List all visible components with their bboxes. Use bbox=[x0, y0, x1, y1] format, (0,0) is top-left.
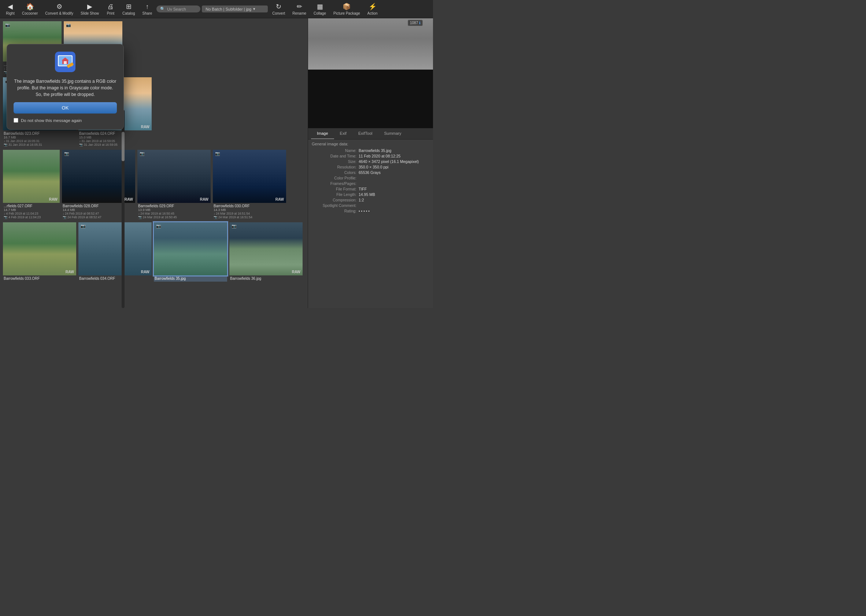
info-label: Frames/Pages: bbox=[311, 181, 358, 186]
info-row-resolution: Resolution: 350.0 × 350.0 ppi bbox=[311, 165, 430, 169]
batch-format-selector[interactable]: No Batch | Subfolder | jpg ▾ bbox=[202, 5, 268, 13]
thumb-name: Barrowfields 36.jpg bbox=[230, 277, 302, 281]
tab-summary[interactable]: Summary bbox=[378, 128, 407, 139]
info-label: Rating: bbox=[311, 209, 358, 213]
list-item[interactable]: RAW Barrowfields 033.ORF bbox=[3, 222, 76, 281]
toolbar-convert-modify[interactable]: ⚙ Convert & Modify bbox=[42, 1, 76, 17]
toolbar-print[interactable]: 🖨 Print bbox=[103, 2, 118, 17]
info-row-name: Name: Barrowfields 35.jpg bbox=[311, 148, 430, 153]
thumb-name: Barrowfields 35.jpg bbox=[155, 277, 226, 281]
thumb-name: Barrowfields 034.ORF bbox=[79, 277, 151, 281]
action-icon: ⚡ bbox=[369, 3, 377, 11]
preview-bottom bbox=[308, 69, 433, 128]
info-label: File Format: bbox=[311, 187, 358, 191]
camera-badge: 📷 bbox=[215, 151, 220, 156]
toolbar-collage[interactable]: ▦ Collage bbox=[311, 1, 329, 17]
camera-badge: 📷 bbox=[66, 23, 71, 27]
raw-badge: RAW bbox=[200, 197, 209, 201]
grid-row-2: RAW ...rfields 027.ORF 14.7 MB ↓ 4 Feb 2… bbox=[3, 150, 305, 220]
toolbar-right[interactable]: ◀ Right bbox=[3, 1, 17, 17]
list-item[interactable]: 📷 RAW Barrowfields 034.ORF bbox=[79, 222, 152, 281]
dialog-message: The image Barrowfields 35.jpg contains a… bbox=[14, 78, 117, 98]
raw-badge: RAW bbox=[275, 197, 284, 201]
do-not-show-checkbox[interactable] bbox=[14, 118, 18, 123]
info-label: Color Profile: bbox=[311, 176, 358, 180]
thumb-date-taken: 📷 31 Jan 2019 at 16:59:05 bbox=[79, 143, 151, 146]
info-row-colors: Colors: 65536 Grays bbox=[311, 170, 430, 175]
picture-package-icon: 📦 bbox=[343, 3, 350, 11]
thumb-date-upload: ↓ 24 Mar 2019 at 16:51:54 bbox=[214, 212, 285, 215]
toolbar-rename-label: Rename bbox=[292, 11, 306, 16]
share-icon: ↑ bbox=[145, 3, 149, 11]
list-item[interactable]: RAW ...rfields 027.ORF 14.7 MB ↓ 4 Feb 2… bbox=[3, 150, 60, 220]
info-value: 11 Feb 2020 at 08:12:25 bbox=[358, 154, 401, 158]
info-row-file-length: File Length: 14.95 MB bbox=[311, 192, 430, 196]
toolbar-convert-label: Convert bbox=[272, 11, 285, 16]
list-item[interactable]: 📷 RAW Barrowfields 029.ORF 13.9 MB ↓ 24 … bbox=[137, 150, 211, 220]
thumb-name: Barrowfields 029.ORF bbox=[138, 204, 210, 208]
svg-rect-4 bbox=[64, 61, 67, 64]
camera-badge: 📷 bbox=[80, 224, 86, 228]
info-label: Date and Time: bbox=[311, 154, 358, 158]
cocooner-icon: 🏠 bbox=[26, 3, 34, 11]
info-label: File Length: bbox=[311, 192, 358, 196]
dialog-checkbox-label[interactable]: Do not show this message again bbox=[21, 118, 82, 123]
thumb-size: 15.0 MB bbox=[79, 135, 151, 139]
thumb-date-taken: 📷 31 Jan 2019 at 16:05:31 bbox=[4, 143, 75, 146]
preview-top bbox=[308, 18, 433, 69]
rename-icon: ✏ bbox=[297, 3, 302, 11]
info-label: Name: bbox=[311, 148, 358, 153]
toolbar-picture-package-label: Picture Package bbox=[333, 11, 360, 16]
toolbar-cocooner[interactable]: 🏠 Cocooner bbox=[19, 1, 41, 17]
info-value: • • • • • bbox=[358, 209, 369, 213]
toolbar-picture-package[interactable]: 📦 Picture Package bbox=[330, 1, 363, 17]
thumb-name: Barrowfields 024.ORF bbox=[79, 132, 151, 135]
info-tabs: Image Exif ExifTool Summary bbox=[308, 128, 433, 140]
info-value: Barrowfields 35.jpg bbox=[358, 148, 391, 153]
info-row-rating: Rating: • • • • • bbox=[311, 209, 430, 213]
search-bar[interactable]: 🔍 Uv Search bbox=[156, 5, 200, 13]
list-item[interactable]: 📷 RAW Barrowfields 36.jpg bbox=[229, 222, 303, 281]
info-row-file-format: File Format: TIFF bbox=[311, 187, 430, 191]
tab-exif[interactable]: Exif bbox=[334, 128, 352, 139]
toolbar-catalog[interactable]: ⊞ Catalog bbox=[119, 1, 138, 17]
list-item[interactable]: 📷 RAW Barrowfields 030.ORF 14.3 MB ↓ 24 … bbox=[213, 150, 286, 220]
toolbar-action[interactable]: ⚡ Action bbox=[365, 1, 380, 17]
info-row-spotlight: Spotlight Comment: bbox=[311, 203, 430, 207]
tab-image[interactable]: Image bbox=[311, 128, 334, 139]
info-value: 1:2 bbox=[358, 198, 364, 202]
toolbar-cocooner-label: Cocooner bbox=[22, 11, 38, 16]
list-item[interactable]: 📷 Barrowfields 35.jpg bbox=[154, 222, 227, 281]
toolbar-rename[interactable]: ✏ Rename bbox=[289, 1, 309, 17]
info-value: 14.95 MB bbox=[358, 192, 375, 196]
search-icon: 🔍 bbox=[160, 6, 165, 11]
camera-badge: 📷 bbox=[64, 151, 69, 156]
camera-badge: 📷 bbox=[231, 224, 237, 228]
info-label: Colors: bbox=[311, 170, 358, 175]
info-row-color-profile: Color Profile: bbox=[311, 176, 430, 180]
convert-icon: ↻ bbox=[276, 3, 281, 11]
toolbar-print-label: Print bbox=[107, 11, 115, 16]
print-icon: 🖨 bbox=[107, 3, 114, 11]
camera-badge: 📷 bbox=[140, 151, 145, 156]
info-icon: ℹ bbox=[419, 21, 421, 25]
toolbar-slide-show[interactable]: ▶ Slide Show bbox=[78, 1, 102, 17]
dialog-checkbox-row: Do not show this message again bbox=[14, 118, 82, 123]
toolbar-convert[interactable]: ↻ Convert bbox=[269, 1, 288, 17]
dialog-app-icon bbox=[55, 52, 75, 74]
thumb-date-upload: ↓ 31 Jan 2019 at 16:59:05 bbox=[79, 139, 151, 143]
thumb-size: 13.9 MB bbox=[138, 208, 210, 212]
thumb-date-taken: 📷 24 Mar 2019 at 16:51:54 bbox=[214, 215, 285, 219]
tab-exiftool[interactable]: ExifTool bbox=[352, 128, 379, 139]
raw-badge: RAW bbox=[66, 270, 74, 274]
catalog-icon: ⊞ bbox=[126, 3, 132, 11]
toolbar-share[interactable]: ↑ Share bbox=[140, 2, 155, 17]
toolbar-convert-modify-label: Convert & Modify bbox=[45, 11, 73, 16]
info-value: TIFF bbox=[358, 187, 367, 191]
thumb-size: 16.7 MB bbox=[4, 135, 75, 139]
thumb-name: Barrowfields 033.ORF bbox=[4, 277, 75, 281]
collage-icon: ▦ bbox=[317, 3, 323, 11]
grid-row-3: RAW Barrowfields 033.ORF 📷 RAW Barrowfie… bbox=[3, 222, 305, 281]
raw-badge: RAW bbox=[124, 197, 133, 201]
dialog-ok-button[interactable]: OK bbox=[14, 102, 117, 113]
